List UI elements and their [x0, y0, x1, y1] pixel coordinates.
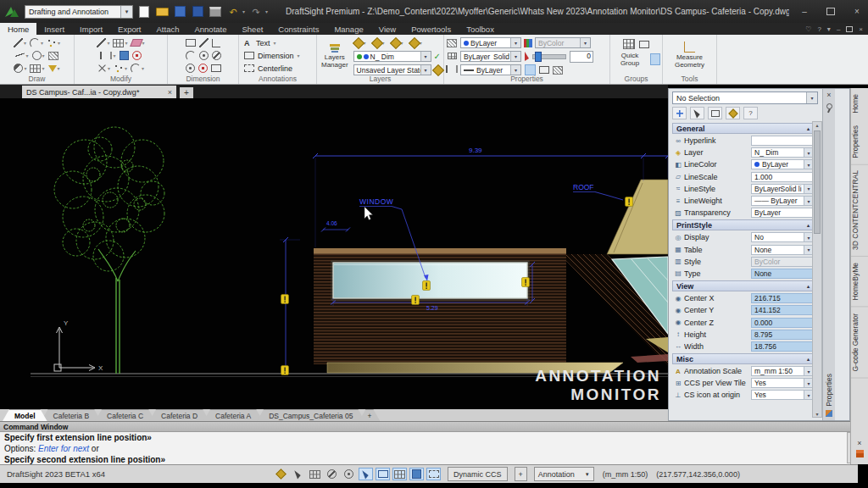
line-tool[interactable]: [13, 38, 27, 47]
select-elements-button[interactable]: [672, 107, 687, 119]
tab-toolbox[interactable]: Toolbox: [459, 23, 502, 35]
annotation-scale-combo[interactable]: Annotation: [534, 467, 594, 481]
window-glass[interactable]: [333, 263, 527, 298]
layer-check-icon[interactable]: ✓: [434, 52, 441, 61]
options-caret-icon[interactable]: ▾: [827, 25, 831, 33]
open-file-button[interactable]: [155, 5, 169, 19]
collapse-icon[interactable]: ▴: [807, 125, 810, 131]
scroll-down-icon[interactable]: ▾: [815, 411, 818, 417]
palette-scrollbar[interactable]: ▴ ▾: [812, 121, 822, 418]
height-field[interactable]: 8.795: [751, 330, 814, 340]
etrack-toggle[interactable]: [359, 468, 373, 480]
hide-objects-icon[interactable]: [553, 66, 563, 75]
sidebar-tab-gcode-generator[interactable]: G-code Generator: [851, 308, 868, 379]
sidebar-tab-home[interactable]: Home: [851, 88, 868, 119]
doc-close-icon[interactable]: ×: [859, 25, 863, 33]
section-view[interactable]: View▴: [672, 280, 814, 291]
linestyle-field[interactable]: ByLayerSolid li: [751, 184, 814, 194]
scroll-up-icon[interactable]: ▴: [815, 122, 818, 128]
dynamic-input-toggle[interactable]: [409, 468, 424, 480]
sheet-tab-cafeteria-b[interactable]: Cafeteria B: [42, 409, 102, 421]
section-printstyle[interactable]: PrintStyle▴: [672, 219, 814, 230]
rotate-tool[interactable]: [130, 64, 145, 74]
help-icon[interactable]: ?: [817, 25, 821, 33]
rectangle-tool[interactable]: [29, 64, 45, 73]
lineweight-toggle[interactable]: [376, 468, 390, 480]
polygon-tool[interactable]: [47, 65, 61, 72]
mirror-tool[interactable]: [119, 51, 130, 60]
tab-home[interactable]: Home: [0, 23, 36, 35]
add-scale-button[interactable]: +: [515, 467, 527, 481]
line-style-combo[interactable]: ByLayer Solid: [460, 51, 521, 62]
tab-annotate[interactable]: Annotate: [186, 23, 234, 35]
collapse-icon[interactable]: ▴: [807, 222, 810, 228]
workspace-selector[interactable]: Drafting and Annotation: [25, 5, 133, 19]
offset-tool[interactable]: [99, 52, 116, 59]
edit-group-icon[interactable]: [639, 41, 649, 48]
center-x-field[interactable]: 216.715: [751, 293, 814, 303]
sidebar-close-icon[interactable]: ×: [857, 436, 861, 450]
ordinate-tool[interactable]: [198, 64, 209, 73]
section-general[interactable]: General▴: [672, 123, 814, 134]
doc-restore-icon[interactable]: [846, 26, 853, 32]
hatch-tool[interactable]: [47, 52, 59, 60]
command-window-header[interactable]: Command Window: [0, 422, 858, 432]
new-document-tab-button[interactable]: +: [180, 87, 193, 98]
power-trim-tool[interactable]: [131, 51, 142, 60]
palette-tab-properties[interactable]: Properties: [825, 370, 833, 410]
sidebar-tab-3d-contentcentral[interactable]: 3D CONTENTCENTRAL: [851, 164, 868, 257]
pointer-button[interactable]: [690, 107, 704, 119]
transparency-field[interactable]: ByLayer: [751, 208, 814, 218]
type-field[interactable]: None: [751, 269, 814, 279]
copy-tool[interactable]: [96, 38, 110, 47]
undo-button[interactable]: ↶: [226, 5, 240, 19]
scroll-thumb[interactable]: [814, 130, 821, 234]
dimension-dropdown[interactable]: [296, 53, 301, 58]
print-button[interactable]: [209, 5, 222, 19]
dynamic-ccs-button[interactable]: Dynamic CCS: [448, 467, 508, 481]
sidebar-tab-properties[interactable]: Properties: [851, 119, 868, 165]
new-file-button[interactable]: [137, 5, 151, 19]
match-properties-icon[interactable]: [447, 39, 457, 47]
document-tab-close-icon[interactable]: ×: [168, 88, 172, 97]
arc-tool[interactable]: [29, 38, 44, 48]
layers-manager-button[interactable]: Layers Manager: [319, 36, 351, 75]
ccs-per-view-field[interactable]: Yes: [751, 378, 814, 388]
group-toggle-icon[interactable]: [650, 53, 660, 65]
width-field[interactable]: 18.756: [751, 341, 814, 352]
lineweight-list-icon[interactable]: [446, 65, 458, 73]
doc-minimize-icon[interactable]: –: [837, 25, 840, 33]
ellipse-tool[interactable]: [13, 64, 27, 73]
section-misc[interactable]: Misc▴: [672, 353, 814, 364]
snap-toggle[interactable]: [274, 468, 288, 480]
sheet-tab-ds-campus[interactable]: DS_Campus_Cafeteria 05: [257, 409, 364, 421]
tab-powertools[interactable]: Powertools: [403, 23, 459, 35]
sidebar-tab-homebyme[interactable]: HomeByMe: [851, 257, 868, 307]
palette-close-icon[interactable]: ×: [826, 91, 831, 99]
undo-dropdown-caret[interactable]: ▾: [242, 8, 245, 14]
stretch-tool[interactable]: [113, 64, 128, 73]
aligned-dimension-tool[interactable]: [198, 38, 209, 47]
layer-tool-2[interactable]: [372, 39, 386, 47]
ortho-toggle[interactable]: [325, 468, 339, 480]
tab-insert[interactable]: Insert: [36, 23, 72, 35]
center-mark-tool[interactable]: [185, 64, 196, 73]
select-box-button[interactable]: [708, 107, 722, 119]
annotation-scale-field[interactable]: m_mm 1:50: [751, 366, 814, 376]
tab-view[interactable]: View: [371, 23, 403, 35]
radius-dimension-tool[interactable]: [198, 51, 209, 60]
dimension-button[interactable]: Dimension: [258, 52, 294, 60]
collapse-icon[interactable]: ▴: [807, 356, 810, 362]
tab-import[interactable]: Import: [72, 23, 110, 35]
tab-sheet[interactable]: Sheet: [235, 23, 271, 35]
line-color-combo[interactable]: ByLayer: [460, 37, 521, 48]
linecolor-field[interactable]: ByLayer: [751, 159, 814, 169]
quick-group-icon[interactable]: [623, 39, 635, 49]
grid-toggle[interactable]: [308, 468, 322, 480]
palette-help-button[interactable]: ?: [743, 107, 758, 119]
measure-geometry-button[interactable]: Measure Geometry: [665, 36, 715, 74]
linescale-field[interactable]: 1.000: [751, 172, 814, 182]
array-tool[interactable]: [112, 39, 128, 47]
centerline-button[interactable]: Centerline: [258, 64, 292, 73]
sheet-tab-cafeteria-c[interactable]: Cafeteria C: [95, 409, 155, 421]
